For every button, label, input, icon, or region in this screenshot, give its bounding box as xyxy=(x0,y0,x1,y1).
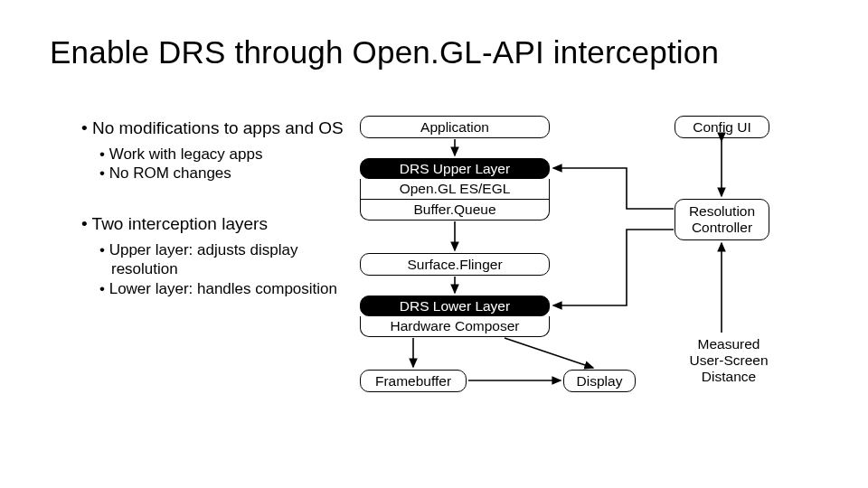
diagram-arrows xyxy=(360,116,830,405)
bullet-1: • No modifications to apps and OS xyxy=(81,117,348,139)
bullet-list: • No modifications to apps and OS • Work… xyxy=(81,117,348,298)
slide-title: Enable DRS through Open.GL-API intercept… xyxy=(50,34,719,70)
bullet-2: • Two interception layers xyxy=(81,213,348,235)
bullet-1a: • Work with legacy apps xyxy=(99,145,348,164)
svg-line-4 xyxy=(505,338,593,368)
bullet-2a: • Upper layer: adjusts display resolutio… xyxy=(99,240,348,279)
bullet-1b: • No ROM changes xyxy=(99,164,348,183)
bullet-2b: • Lower layer: handles composition xyxy=(99,279,348,298)
